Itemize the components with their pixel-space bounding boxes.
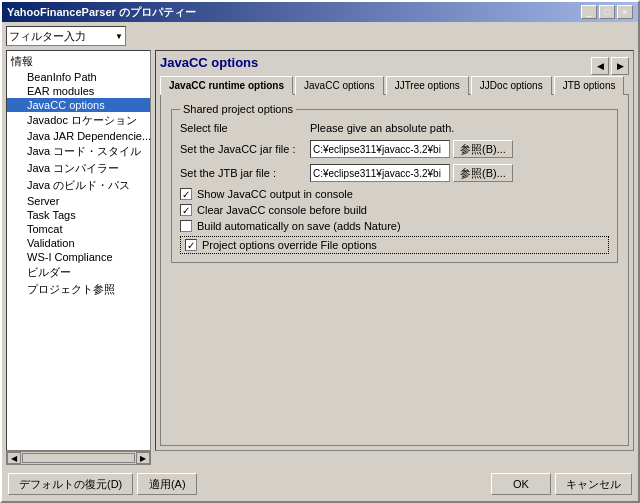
content-header: JavaCC options ◀ ▶ [160,55,629,76]
sidebar-item-build[interactable]: Java のビルド・パス [7,177,150,194]
checkbox-show-output: ✓ Show JavaCC output in console [180,188,609,200]
sidebar-item-javacc[interactable]: JavaCC options [7,98,150,112]
tab-jjtree[interactable]: JJTree options [386,76,469,95]
sidebar-item-projref[interactable]: プロジェクト参照 [7,281,150,298]
sidebar-item-tomcat[interactable]: Tomcat [7,222,150,236]
checkbox-clear-console: ✓ Clear JavaCC console before build [180,204,609,216]
tab-javacc[interactable]: JavaCC options [295,76,384,95]
project-override-label: Project options override File options [202,239,377,251]
shared-options-group: Shared project options Select file Pleas… [171,109,618,263]
maximize-button[interactable]: □ [599,5,615,19]
sidebar-item-ear[interactable]: EAR modules [7,84,150,98]
bottom-area: ◀ ▶ [6,451,634,465]
tab-jjdoc[interactable]: JJDoc options [471,76,552,95]
select-file-row: Select file Please give an absolute path… [180,122,609,134]
build-auto-checkbox[interactable] [180,220,192,232]
tab-content: Shared project options Select file Pleas… [160,94,629,446]
javacc-jar-row: Set the JavaCC jar file : 参照(B)... [180,140,609,158]
tab-bar: JavaCC runtime options JavaCC options JJ… [160,76,629,95]
scroll-left-button[interactable]: ◀ [7,452,21,464]
sidebar: 情報 BeanInfo Path EAR modules JavaCC opti… [6,50,151,451]
filter-select[interactable]: フィルター入力 ▼ [6,26,126,46]
sidebar-item-builder[interactable]: ビルダー [7,264,150,281]
group-box-title: Shared project options [180,103,296,115]
sidebar-item-validation[interactable]: Validation [7,236,150,250]
close-button[interactable]: × [617,5,633,19]
sidebar-item-codestyle[interactable]: Java コード・スタイル [7,143,150,160]
title-bar-buttons: _ □ × [581,5,633,19]
scroll-thumb [22,453,135,463]
project-override-checkbox[interactable]: ✓ [185,239,197,251]
dropdown-arrow-icon: ▼ [115,32,123,41]
nav-forward-button[interactable]: ▶ [611,57,629,75]
filter-label: フィルター入力 [9,29,86,44]
tab-runtime[interactable]: JavaCC runtime options [160,76,293,95]
window-content: フィルター入力 ▼ 情報 BeanInfo Path EAR modules J… [2,22,638,501]
title-bar: YahooFinanceParser のプロパティー _ □ × [2,2,638,22]
select-file-value: Please give an absolute path. [310,122,454,134]
sidebar-item-javadoc[interactable]: Javadoc ロケーション [7,112,150,129]
window-title: YahooFinanceParser のプロパティー [7,5,196,20]
minimize-button[interactable]: _ [581,5,597,19]
tab-jtb[interactable]: JTB options [554,76,625,95]
bottom-left-buttons: デフォルトの復元(D) 適用(A) [8,473,197,495]
select-file-label: Select file [180,122,310,134]
sidebar-item-beaninfo[interactable]: BeanInfo Path [7,70,150,84]
javacc-jar-input[interactable] [310,140,450,158]
restore-default-button[interactable]: デフォルトの復元(D) [8,473,133,495]
build-auto-label: Build automatically on save (adds Nature… [197,220,401,232]
main-window: YahooFinanceParser のプロパティー _ □ × フィルター入力… [0,0,640,503]
show-output-label: Show JavaCC output in console [197,188,353,200]
browse-jtb-button[interactable]: 参照(B)... [453,164,513,182]
javacc-jar-label: Set the JavaCC jar file : [180,143,310,155]
show-output-checkbox[interactable]: ✓ [180,188,192,200]
sidebar-item-server[interactable]: Server [7,194,150,208]
scroll-right-button[interactable]: ▶ [136,452,150,464]
ok-button[interactable]: OK [491,473,551,495]
content-panel: JavaCC options ◀ ▶ JavaCC runtime option… [155,50,634,451]
jtb-jar-row: Set the JTB jar file : 参照(B)... [180,164,609,182]
sidebar-item-jar[interactable]: Java JAR Dependencie... [7,129,150,143]
sidebar-item-info[interactable]: 情報 [7,53,150,70]
bottom-bar: デフォルトの復元(D) 適用(A) OK キャンセル [6,469,634,497]
clear-console-label: Clear JavaCC console before build [197,204,367,216]
jtb-jar-input[interactable] [310,164,450,182]
apply-button[interactable]: 適用(A) [137,473,197,495]
jtb-jar-label: Set the JTB jar file : [180,167,310,179]
sidebar-item-wsi[interactable]: WS-I Compliance [7,250,150,264]
browse-javacc-button[interactable]: 参照(B)... [453,140,513,158]
sidebar-scrollbar[interactable]: ◀ ▶ [6,451,151,465]
sidebar-item-compiler[interactable]: Java コンパイラー [7,160,150,177]
sidebar-item-tasktags[interactable]: Task Tags [7,208,150,222]
main-area: 情報 BeanInfo Path EAR modules JavaCC opti… [6,50,634,451]
content-title: JavaCC options [160,55,258,70]
nav-back-button[interactable]: ◀ [591,57,609,75]
cancel-button[interactable]: キャンセル [555,473,632,495]
checkbox-build-auto: Build automatically on save (adds Nature… [180,220,609,232]
bottom-right-buttons: OK キャンセル [491,473,632,495]
checkbox-project-override-row: ✓ Project options override File options [180,236,609,254]
clear-console-checkbox[interactable]: ✓ [180,204,192,216]
filter-bar: フィルター入力 ▼ [6,26,634,46]
